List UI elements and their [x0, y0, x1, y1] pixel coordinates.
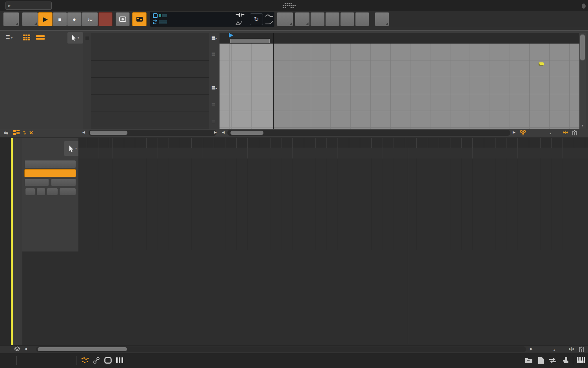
pointer-icon [71, 35, 76, 41]
bottom-panel [0, 137, 588, 353]
arranger-hscroll-thumb[interactable] [230, 131, 263, 135]
play-icon: ▶ [43, 16, 48, 23]
editor-hscroll-thumb[interactable] [38, 347, 127, 351]
editor-scroll-left-icon[interactable]: ◀ [24, 347, 27, 351]
launcher-overdub-button[interactable] [116, 12, 130, 26]
arr-scroll-right-icon[interactable]: ▶ [513, 130, 515, 134]
project-play-icon: ▶ [8, 4, 11, 7]
automation-curves-icon[interactable] [265, 13, 274, 26]
pan-button[interactable] [36, 188, 45, 195]
close-selection-icon[interactable]: ✕ [29, 130, 33, 136]
add-button[interactable] [277, 12, 293, 26]
gain-button[interactable] [25, 188, 35, 195]
follow-playhead-icon[interactable]: ⇆ [4, 130, 8, 136]
panel-side-strip [0, 137, 11, 352]
grid-caret-icon: ▴ [550, 131, 551, 135]
file-button[interactable] [3, 12, 19, 26]
undo-button[interactable] [310, 12, 325, 26]
focus-frame-icon[interactable] [104, 357, 112, 364]
arranger-vscroll-thumb[interactable] [580, 35, 585, 60]
track-height-icon[interactable] [13, 130, 20, 135]
stretch-button[interactable] [24, 179, 49, 186]
hscroll-left-icon[interactable]: ◀ [82, 130, 85, 134]
inspector-icon[interactable] [538, 357, 544, 364]
redo-button[interactable] [325, 12, 339, 26]
launcher-menu-column [209, 33, 220, 129]
launcher-hscroll-thumb[interactable] [90, 131, 127, 135]
project-tab[interactable]: ▶ [5, 2, 52, 10]
arr-scroll-left-icon[interactable]: ◀ [222, 130, 225, 134]
onsets-button[interactable] [51, 179, 76, 186]
mapping-browser-icon[interactable] [82, 357, 89, 364]
row-menu-icon[interactable]: ≣ [211, 118, 216, 124]
loop-icon: ↻ [254, 16, 259, 23]
arranger-hscrollbar[interactable] [227, 130, 510, 136]
panel-columns-icon[interactable] [116, 357, 123, 364]
lane-separator [22, 343, 588, 344]
clip-label-column [13, 138, 22, 352]
arranger-pointer-tool[interactable]: ▾ [67, 32, 83, 44]
clip-group-icon[interactable] [520, 130, 526, 135]
formant-button[interactable] [59, 188, 76, 195]
arranger-view-icon[interactable] [36, 35, 45, 40]
record-button[interactable]: ● [67, 12, 82, 26]
overdub-button[interactable] [98, 12, 113, 26]
note-link-icon[interactable] [93, 357, 100, 364]
row-menu-icon[interactable]: ≣ [211, 102, 216, 107]
clip-button[interactable] [375, 12, 389, 26]
io-routing-icon[interactable] [549, 358, 557, 363]
time-selection-overlay [220, 44, 273, 129]
layers-icon[interactable] [14, 346, 20, 352]
piano-keyboard-icon[interactable] [577, 357, 585, 363]
comping-playhead [408, 148, 408, 344]
divider [16, 356, 17, 365]
arranger-grid-value[interactable]: ▴ [550, 130, 551, 135]
comping-ruler-gap [78, 148, 588, 158]
audio-events-button[interactable] [24, 160, 76, 168]
editor-snap-icon[interactable]: ▸|◂ [569, 347, 574, 351]
divider [573, 356, 573, 365]
browser-icon[interactable] [525, 357, 532, 363]
row-menu-icon[interactable]: ≣ [211, 51, 216, 57]
arranger-adaptive-grid-icon[interactable] [572, 130, 577, 135]
display-profile-button[interactable] [132, 12, 147, 26]
comping-ruler[interactable] [78, 138, 588, 148]
bitwig-logo [282, 2, 299, 10]
launcher-overdub-icon [119, 16, 126, 22]
automation-write-button[interactable]: ♪w [82, 12, 98, 26]
tempo-tap-icon[interactable] [153, 13, 168, 18]
display-profile-icon [136, 16, 143, 22]
scene-stop-button[interactable] [85, 36, 89, 40]
tempo-nudge-icon[interactable] [153, 20, 168, 24]
arranger-snap-icon[interactable]: ▸|◂ [563, 130, 568, 134]
scroll-down-icon[interactable]: ▼ [581, 124, 584, 128]
edit-button[interactable] [295, 12, 310, 26]
loop-region[interactable] [230, 39, 270, 43]
row-menu-icon[interactable]: ≣▸ [211, 85, 217, 91]
comping-button[interactable] [24, 169, 76, 177]
duplicate-button[interactable] [340, 12, 354, 26]
scene-menu-icon[interactable]: ≣▸ [211, 35, 217, 41]
delete-button[interactable] [355, 12, 369, 26]
tempo-display[interactable] [167, 12, 195, 20]
loop-button[interactable]: ↻ [250, 13, 263, 25]
stop-icon: ■ [58, 16, 62, 22]
play-button[interactable]: ▶ [38, 12, 53, 26]
pitch-button[interactable] [47, 188, 58, 195]
hscroll-right-icon[interactable]: ▶ [214, 130, 217, 134]
editor-scroll-right-icon[interactable]: ▶ [530, 347, 533, 351]
lane-separator [22, 269, 588, 270]
stop-button[interactable]: ■ [53, 12, 67, 26]
play-start-marker[interactable] [229, 33, 233, 38]
touch-mode-icon[interactable] [563, 357, 569, 364]
play-menu-button[interactable] [22, 12, 38, 26]
scroll-follow-icon[interactable]: ↴ [22, 130, 26, 136]
punch-in-out-icon[interactable] [236, 13, 245, 26]
position-display[interactable] [198, 12, 233, 20]
lane-separator [22, 306, 588, 307]
editor-adaptive-grid-icon[interactable] [579, 346, 584, 352]
launcher-view-icon[interactable] [23, 35, 31, 40]
track-list-menu-icon[interactable]: ☰ ▾ [5, 34, 13, 40]
editor-grid-value[interactable]: ▴ [554, 347, 555, 352]
window-menu-dot[interactable] [582, 4, 586, 9]
